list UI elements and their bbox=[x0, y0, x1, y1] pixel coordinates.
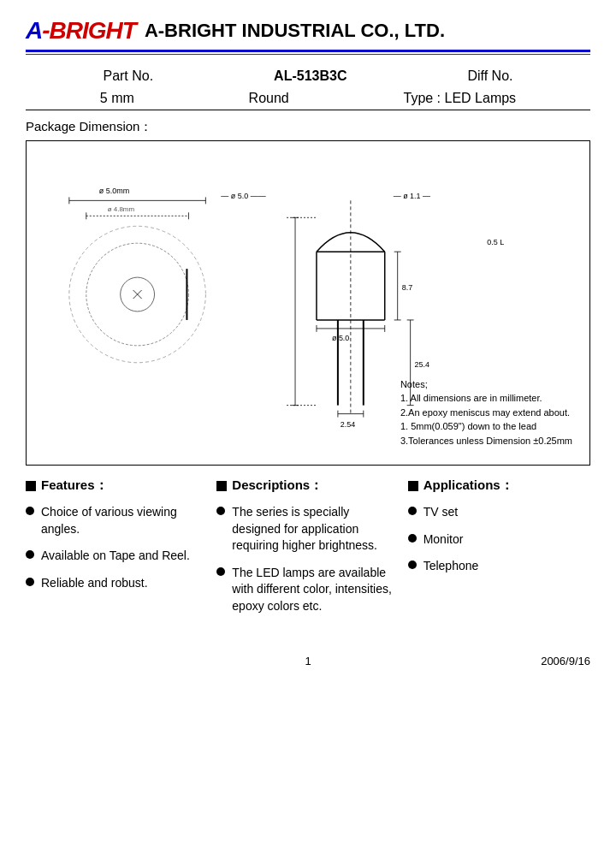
applications-col: Applications： TV set Monitor Telephone bbox=[408, 477, 590, 626]
bullet-circle-icon bbox=[216, 507, 225, 515]
desc-text-2: The LED lamps are available with differe… bbox=[232, 565, 399, 615]
svg-text:— ø 1.1 —: — ø 1.1 — bbox=[394, 192, 430, 200]
page-number: 1 bbox=[214, 655, 402, 667]
bullet-circle-icon bbox=[26, 550, 34, 559]
type-label: Type : LED Lamps bbox=[403, 91, 516, 105]
descriptions-header: Descriptions： bbox=[216, 477, 399, 494]
bullet-circle-icon bbox=[26, 507, 34, 515]
part-no-label: Part No. bbox=[103, 68, 153, 83]
features-square-icon bbox=[26, 481, 36, 491]
app-text-2: Monitor bbox=[424, 531, 464, 549]
bullet-circle-icon bbox=[408, 561, 417, 569]
diagram-box: ø 5.0mm ø 4.8mm 8.7 ø bbox=[26, 140, 590, 466]
desc-text-1: The series is specially designed for app… bbox=[232, 504, 399, 555]
feature-item-2: Available on Tape and Reel. bbox=[26, 548, 208, 565]
size-col: 5 mm bbox=[100, 91, 134, 106]
note3: 1. 5mm(0.059") down to the lead bbox=[400, 419, 572, 434]
header: A-BRIGHT A-BRIGHT INDUSTRIAL CO., LTD. bbox=[26, 17, 590, 44]
part-value-col: AL-513B3C bbox=[274, 68, 346, 84]
notes-title: Notes; bbox=[400, 377, 572, 392]
desc-item-1: The series is specially designed for app… bbox=[216, 504, 399, 555]
shape-label: Round bbox=[249, 91, 289, 105]
type-col: Type : LED Lamps bbox=[403, 91, 516, 106]
svg-text:ø 5.0mm: ø 5.0mm bbox=[99, 187, 129, 195]
size-label: 5 mm bbox=[100, 91, 134, 105]
part-no-value: AL-513B3C bbox=[274, 68, 346, 83]
note1: 1. All dimensions are in millimeter. bbox=[400, 391, 572, 406]
footer: 1 2006/9/16 bbox=[26, 651, 590, 667]
app-text-1: TV set bbox=[424, 504, 458, 521]
descriptions-header-label: Descriptions： bbox=[232, 477, 323, 494]
features-header: Features： bbox=[26, 477, 208, 494]
diff-no-col: Diff No. bbox=[467, 68, 512, 84]
descriptions-col: Descriptions： The series is specially de… bbox=[216, 477, 399, 626]
app-item-2: Monitor bbox=[408, 531, 590, 549]
diagram-notes: Notes; 1. All dimensions are in millimet… bbox=[400, 377, 572, 448]
svg-text:2.54: 2.54 bbox=[341, 420, 355, 429]
bottom-section: Features： Choice of various viewing angl… bbox=[26, 477, 590, 626]
applications-header: Applications： bbox=[408, 477, 590, 494]
features-header-label: Features： bbox=[41, 477, 108, 494]
desc-item-2: The LED lamps are available with differe… bbox=[216, 565, 399, 615]
note4: 3.Tolerances unless Dimension ±0.25mm bbox=[400, 434, 572, 448]
app-item-1: TV set bbox=[408, 504, 590, 521]
header-line1 bbox=[26, 50, 590, 52]
feature-text-3: Reliable and robust. bbox=[41, 575, 148, 592]
features-col: Features： Choice of various viewing angl… bbox=[26, 477, 208, 626]
bullet-circle-icon bbox=[216, 567, 225, 576]
part-info-row: Part No. AL-513B3C Diff No. bbox=[26, 65, 590, 87]
footer-date: 2006/9/16 bbox=[402, 655, 590, 667]
logo-hyphen: - bbox=[42, 17, 49, 44]
svg-text:ø 4.8mm: ø 4.8mm bbox=[108, 205, 135, 213]
svg-text:25.4: 25.4 bbox=[415, 360, 429, 369]
bullet-circle-icon bbox=[408, 534, 417, 543]
part-no-col: Part No. bbox=[103, 68, 153, 84]
bullet-circle-icon bbox=[26, 578, 34, 586]
logo-bright: BRIGHT bbox=[50, 17, 136, 44]
feature-item-3: Reliable and robust. bbox=[26, 575, 208, 592]
shape-col: Round bbox=[249, 91, 289, 106]
diff-no-label: Diff No. bbox=[467, 68, 512, 83]
applications-header-label: Applications： bbox=[424, 477, 513, 494]
feature-text-2: Available on Tape and Reel. bbox=[41, 548, 190, 565]
note2: 2.An epoxy meniscus may extend about. bbox=[400, 406, 572, 420]
app-item-3: Telephone bbox=[408, 558, 590, 575]
feature-text-1: Choice of various viewing angles. bbox=[41, 504, 208, 537]
part-info-divider bbox=[26, 110, 590, 110]
sub-info-row: 5 mm Round Type : LED Lamps bbox=[26, 91, 590, 106]
bullet-circle-icon bbox=[408, 507, 417, 515]
svg-text:ø 5.0: ø 5.0 bbox=[332, 334, 349, 342]
applications-square-icon bbox=[408, 481, 418, 491]
logo: A-BRIGHT bbox=[26, 17, 136, 44]
package-title: Package Dimension： bbox=[26, 119, 590, 135]
app-text-3: Telephone bbox=[424, 558, 479, 575]
company-name: A-BRIGHT INDUSTRIAL CO., LTD. bbox=[145, 20, 445, 42]
svg-text:0.5 L: 0.5 L bbox=[487, 238, 504, 246]
header-line2 bbox=[26, 54, 590, 55]
svg-text:— ø 5.0 ——: — ø 5.0 —— bbox=[221, 192, 265, 200]
svg-text:8.7: 8.7 bbox=[402, 283, 412, 292]
feature-item-1: Choice of various viewing angles. bbox=[26, 504, 208, 537]
logo-a: A bbox=[26, 17, 42, 44]
descriptions-square-icon bbox=[216, 481, 227, 491]
